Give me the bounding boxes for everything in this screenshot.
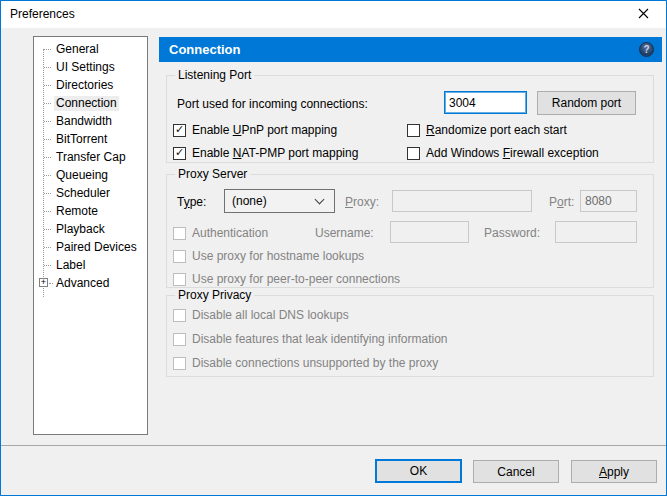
- upnp-label: Enable UPnP port mapping: [192, 123, 337, 137]
- proxy-host-label: Proxy:: [345, 195, 379, 209]
- footer-separator: [1, 445, 666, 446]
- disable-unsupported-checkbox: ✓: [173, 357, 186, 370]
- proxy-type-label: Type:: [177, 195, 206, 209]
- chevron-down-icon: [315, 194, 325, 204]
- window-title: Preferences: [10, 1, 75, 28]
- sidebar-item-paired-devices[interactable]: Paired Devices: [34, 238, 147, 256]
- password-input: [555, 221, 637, 243]
- proxy-privacy-legend: Proxy Privacy: [175, 288, 254, 302]
- proxy-privacy-group: Proxy Privacy ✓ Disable all local DNS lo…: [166, 295, 654, 377]
- proxy-hostname-checkbox: ✓: [173, 250, 186, 263]
- listening-port-legend: Listening Port: [175, 68, 254, 82]
- upnp-checkbox[interactable]: ✓: [173, 124, 186, 137]
- sidebar-item-scheduler[interactable]: Scheduler: [34, 184, 147, 202]
- randomize-port-checkbox[interactable]: ✓: [407, 124, 420, 137]
- sidebar-item-bandwidth[interactable]: Bandwidth: [34, 112, 147, 130]
- sidebar-item-remote[interactable]: Remote: [34, 202, 147, 220]
- sidebar-item-advanced[interactable]: + Advanced: [34, 274, 147, 292]
- titlebar: Preferences: [1, 1, 666, 28]
- disable-dns-checkbox: ✓: [173, 309, 186, 322]
- settings-tree: General UI Settings Directories Connecti…: [33, 36, 148, 435]
- close-icon: [637, 7, 650, 23]
- close-button[interactable]: [621, 1, 666, 28]
- proxy-p2p-label: Use proxy for peer-to-peer connections: [192, 272, 400, 286]
- section-header: Connection ?: [159, 37, 662, 62]
- sidebar-item-transfer-cap[interactable]: Transfer Cap: [34, 148, 147, 166]
- natpmp-label: Enable NAT-PMP port mapping: [192, 146, 358, 160]
- ok-button[interactable]: OK: [375, 459, 462, 483]
- listening-port-group: Listening Port Port used for incoming co…: [166, 75, 654, 163]
- sidebar-item-ui-settings[interactable]: UI Settings: [34, 58, 147, 76]
- firewall-exception-label: Add Windows Firewall exception: [426, 146, 599, 160]
- proxy-server-group: Proxy Server Type: (none) Proxy: Port: ✓…: [166, 174, 654, 288]
- proxy-hostname-label: Use proxy for hostname lookups: [192, 249, 364, 263]
- authentication-checkbox: ✓: [173, 227, 186, 240]
- proxy-type-dropdown[interactable]: (none): [224, 189, 335, 213]
- proxy-p2p-checkbox: ✓: [173, 273, 186, 286]
- username-input: [390, 221, 469, 243]
- proxy-host-input: [392, 190, 532, 212]
- password-label: Password:: [484, 226, 540, 240]
- sidebar-item-connection[interactable]: Connection: [34, 94, 147, 112]
- proxy-port-label: Port:: [549, 195, 574, 209]
- sidebar-item-directories[interactable]: Directories: [34, 76, 147, 94]
- random-port-button[interactable]: Random port: [537, 91, 636, 115]
- disable-leak-label: Disable features that leak identifying i…: [192, 332, 447, 346]
- disable-dns-label: Disable all local DNS lookups: [192, 308, 349, 322]
- sidebar-item-general[interactable]: General: [34, 40, 147, 58]
- apply-button[interactable]: Apply: [571, 460, 657, 483]
- username-label: Username:: [315, 226, 374, 240]
- proxy-type-value: (none): [225, 194, 316, 208]
- proxy-server-legend: Proxy Server: [175, 167, 250, 181]
- sidebar-item-playback[interactable]: Playback: [34, 220, 147, 238]
- expand-plus-icon[interactable]: +: [39, 278, 48, 287]
- disable-leak-checkbox: ✓: [173, 333, 186, 346]
- proxy-port-input: [580, 190, 637, 212]
- cancel-button[interactable]: Cancel: [473, 460, 559, 483]
- authentication-label: Authentication: [192, 226, 268, 240]
- preferences-dialog: Preferences General UI Settings Director…: [0, 0, 667, 496]
- incoming-port-label: Port used for incoming connections:: [177, 97, 368, 111]
- help-icon[interactable]: ?: [639, 42, 654, 57]
- natpmp-checkbox[interactable]: ✓: [173, 147, 186, 160]
- sidebar-item-queueing[interactable]: Queueing: [34, 166, 147, 184]
- firewall-exception-checkbox[interactable]: ✓: [407, 147, 420, 160]
- sidebar-item-label[interactable]: Label: [34, 256, 147, 274]
- sidebar-item-bittorrent[interactable]: BitTorrent: [34, 130, 147, 148]
- disable-unsupported-label: Disable connections unsupported by the p…: [192, 356, 438, 370]
- incoming-port-input[interactable]: [444, 91, 527, 114]
- page-title: Connection: [169, 37, 241, 62]
- randomize-port-label: Randomize port each start: [426, 123, 567, 137]
